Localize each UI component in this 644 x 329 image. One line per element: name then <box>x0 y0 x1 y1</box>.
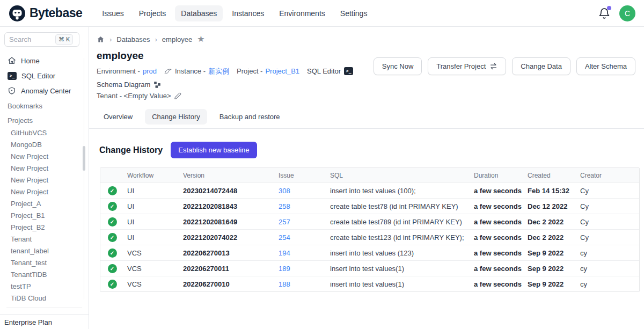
tab-change-history[interactable]: Change History <box>145 109 207 125</box>
establish-new-baseline-button[interactable]: Establish new baseline <box>171 142 257 158</box>
transfer-project-label: Transfer Project <box>436 62 486 70</box>
breadcrumb-home-icon[interactable] <box>97 35 105 43</box>
breadcrumb-employee[interactable]: employee <box>162 35 192 43</box>
table-row[interactable]: ✓ VCS 202206270010 188 insert into test … <box>100 276 639 291</box>
cell-created: Sep 9 2022 <box>524 265 577 273</box>
issue-link[interactable]: 254 <box>279 233 290 242</box>
sql-editor-icon: >_ <box>8 72 17 80</box>
table-row[interactable]: ✓ UI 20221202081843 258 create table tes… <box>100 198 639 214</box>
schema-diagram-link[interactable]: Schema Diagram <box>97 79 161 90</box>
breadcrumb-databases[interactable]: Databases <box>116 35 150 43</box>
success-check-icon: ✓ <box>108 248 117 258</box>
shield-icon <box>8 86 16 95</box>
change-history-section-header: Change History Establish new baseline <box>97 142 644 158</box>
sidebar-project-item[interactable]: tenant_label <box>4 245 84 257</box>
cell-created: Dec 12 2022 <box>524 202 577 210</box>
bookmark-star-icon[interactable]: ★ <box>197 35 204 43</box>
nav-projects[interactable]: Projects <box>133 5 172 21</box>
project-link[interactable]: Project_B1 <box>265 65 299 77</box>
search-shortcut-badge: ⌘ K <box>55 34 73 45</box>
sidebar-item-home[interactable]: Home <box>4 53 84 68</box>
search-input[interactable] <box>9 35 55 43</box>
nav-instances[interactable]: Instances <box>226 5 270 21</box>
sidebar-item-anomaly-center[interactable]: Anomaly Center <box>4 83 84 98</box>
sidebar-project-item[interactable]: Project_B2 <box>4 222 84 233</box>
issue-link[interactable]: 257 <box>279 218 290 226</box>
sidebar-project-item[interactable]: New Project <box>4 174 84 186</box>
cell-version: 202206270013 <box>180 249 275 257</box>
issue-link[interactable]: 194 <box>279 249 290 257</box>
home-icon <box>8 56 16 65</box>
table-row[interactable]: ✓ UI 20221202074022 254 create table tes… <box>100 229 639 245</box>
schema-diagram-link-label: Schema Diagram <box>97 79 150 90</box>
sidebar-project-item[interactable]: GitHubVCS <box>4 127 84 139</box>
transfer-project-button[interactable]: Transfer Project <box>428 57 506 75</box>
col-duration: Duration <box>471 172 524 179</box>
table-row[interactable]: ✓ UI 20230214072448 308 insert into test… <box>100 182 639 198</box>
issue-link[interactable]: 308 <box>279 187 290 195</box>
cell-duration: a few seconds <box>471 280 524 288</box>
nav-environments[interactable]: Environments <box>273 5 331 21</box>
sidebar-project-item[interactable]: MongoDB <box>4 139 84 151</box>
tab-backup-and-restore[interactable]: Backup and restore <box>213 109 287 125</box>
user-avatar[interactable]: C <box>619 5 635 21</box>
cell-workflow: UI <box>124 233 180 242</box>
breadcrumb-separator: › <box>155 35 157 43</box>
sidebar-project-item[interactable]: testTP <box>4 281 84 293</box>
table-row[interactable]: ✓ VCS 202206270013 194 insert into test … <box>100 245 639 260</box>
tab-overview[interactable]: Overview <box>97 109 140 125</box>
cell-version: 202206270010 <box>180 280 275 288</box>
table-row[interactable]: ✓ VCS 202206270011 189 insert into test … <box>100 260 639 276</box>
cell-sql: insert into test values (123) <box>327 249 471 257</box>
engine-icon <box>164 68 172 75</box>
sidebar-project-item[interactable]: TiDB Cloud <box>4 293 84 304</box>
sidebar-item-sql-editor[interactable]: >_ SQL Editor <box>4 68 84 83</box>
search-box[interactable]: ⌘ K <box>4 32 79 47</box>
bytebase-logo[interactable]: Bytebase <box>9 5 82 22</box>
sidebar-project-item[interactable]: New Project <box>4 163 84 174</box>
meta-tenant: Tenant - <Empty Value> <box>97 90 181 101</box>
instance-label: Instance - <box>175 65 206 77</box>
edit-pencil-icon[interactable] <box>174 92 181 100</box>
table-header-row: Workflow Version Issue SQL Duration Crea… <box>100 168 639 182</box>
nav-settings[interactable]: Settings <box>334 5 374 21</box>
sql-editor-icon: >_ <box>344 67 353 75</box>
sidebar-project-item[interactable]: Tenant_test <box>4 257 84 269</box>
success-check-icon: ✓ <box>108 233 117 242</box>
cell-version: 20221202081843 <box>180 202 275 210</box>
sidebar-project-item[interactable]: Project_B1 <box>4 210 84 222</box>
instance-link[interactable]: 新实例 <box>208 65 229 77</box>
nav-databases[interactable]: Databases <box>175 5 223 21</box>
sidebar-project-item[interactable]: New Project <box>4 151 84 163</box>
change-data-label: Change Data <box>521 62 562 70</box>
cell-version: 20230214072448 <box>180 187 275 195</box>
change-history-table: Workflow Version Issue SQL Duration Crea… <box>100 167 640 292</box>
header-actions: Sync Now Transfer Project Change Data Al… <box>374 57 635 75</box>
sidebar-scrollbar-thumb[interactable] <box>83 146 85 171</box>
environment-link[interactable]: prod <box>143 65 157 77</box>
alter-schema-button[interactable]: Alter Schema <box>576 57 635 75</box>
issue-link[interactable]: 189 <box>279 265 290 273</box>
nav-issues[interactable]: Issues <box>96 5 129 21</box>
table-row[interactable]: ✓ UI 20221202081649 257 create table tes… <box>100 214 639 229</box>
issue-link[interactable]: 188 <box>279 280 290 288</box>
sync-now-button[interactable]: Sync Now <box>374 57 422 75</box>
success-check-icon: ✓ <box>108 202 117 211</box>
main-content: › Databases › employee ★ employee Enviro… <box>89 27 644 329</box>
cell-duration: a few seconds <box>471 265 524 273</box>
cell-duration: a few seconds <box>471 249 524 257</box>
sidebar-project-item[interactable]: TenantTiDB <box>4 269 84 281</box>
cell-creator: cy <box>577 265 639 273</box>
schema-diagram-icon <box>153 81 161 89</box>
notification-bell-icon[interactable] <box>598 7 611 20</box>
sidebar-project-item[interactable]: New Project <box>4 186 84 198</box>
success-check-icon: ✓ <box>108 217 117 226</box>
sidebar-project-item[interactable]: Project_A <box>4 198 84 210</box>
sidebar-divider <box>6 308 82 308</box>
issue-link[interactable]: 258 <box>279 202 290 210</box>
sql-editor-link[interactable]: SQL Editor >_ <box>307 65 353 77</box>
sidebar-section-bookmarks: Bookmarks <box>4 99 84 113</box>
change-data-button[interactable]: Change Data <box>512 57 570 75</box>
cell-created: Dec 2 2022 <box>524 218 577 226</box>
sidebar-project-item[interactable]: Tenant <box>4 233 84 245</box>
